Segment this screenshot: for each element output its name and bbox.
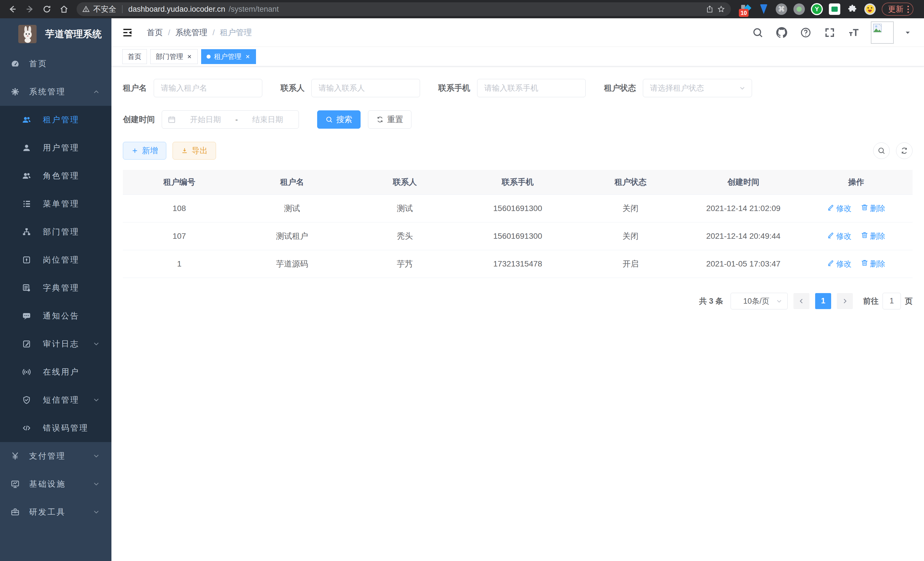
github-icon[interactable]: [775, 26, 789, 39]
prev-page-button[interactable]: [794, 293, 809, 309]
search-button[interactable]: 搜索: [317, 110, 361, 129]
export-button[interactable]: 导出: [172, 142, 216, 159]
sidebar-item-dict[interactable]: 字典管理: [0, 274, 111, 302]
end-date-placeholder[interactable]: 结束日期: [243, 114, 293, 125]
cell-actions: 修改删除: [800, 222, 913, 250]
delete-tenant-link[interactable]: 删除: [861, 259, 885, 269]
share-icon[interactable]: [706, 5, 714, 13]
create-time-range-picker[interactable]: 开始日期 - 结束日期: [162, 110, 299, 129]
edit-log-icon: [22, 339, 32, 349]
sidebar-item-menu[interactable]: 菜单管理: [0, 190, 111, 218]
page-number-1[interactable]: 1: [815, 293, 831, 309]
cell-contact: 秃头: [349, 222, 461, 250]
reset-button[interactable]: 重置: [368, 110, 411, 129]
sidebar-item-role[interactable]: 角色管理: [0, 162, 111, 190]
mobile-input[interactable]: [477, 79, 586, 97]
cell-name: 芋道源码: [236, 250, 349, 278]
tenant-table-body: 108测试测试15601691300关闭2021-12-14 21:02:09修…: [123, 194, 913, 278]
code-icon: [22, 423, 32, 433]
browser-menu-kebab-icon[interactable]: [908, 6, 909, 13]
dictionary-icon: [22, 283, 32, 293]
sidebar-item-dev-tools[interactable]: 研发工具: [0, 498, 111, 526]
extensions-puzzle-icon[interactable]: [846, 3, 858, 15]
sidebar-item-online-user[interactable]: 在线用户: [0, 358, 111, 386]
sidebar-item-pay[interactable]: 支付管理: [0, 442, 111, 470]
cell-mobile: 15601691300: [461, 194, 574, 222]
breadcrumb-home[interactable]: 首页: [147, 27, 163, 38]
font-size-icon[interactable]: [847, 26, 861, 39]
next-page-button[interactable]: [837, 293, 853, 309]
edit-tenant-link[interactable]: 修改: [827, 231, 852, 241]
extension-y-icon[interactable]: Y: [811, 3, 823, 15]
extension-tampermonkey-icon[interactable]: 10: [740, 3, 752, 15]
delete-tenant-link[interactable]: 删除: [861, 231, 885, 241]
sidebar-item-user[interactable]: 用户管理: [0, 134, 111, 162]
sidebar-item-home[interactable]: 首页: [0, 50, 111, 78]
toolbox-icon: [10, 507, 20, 517]
delete-tenant-link[interactable]: 删除: [861, 203, 885, 214]
chevron-down-icon: [93, 340, 100, 348]
cell-mobile: 17321315478: [461, 250, 574, 278]
sidebar-item-post[interactable]: 岗位管理: [0, 246, 111, 274]
header-search-icon[interactable]: [751, 26, 765, 39]
extension-emoji-icon[interactable]: [864, 3, 876, 15]
sidebar-item-notice[interactable]: 通知公告: [0, 302, 111, 330]
user-avatar-broken-image[interactable]: [871, 21, 894, 44]
edit-icon: [827, 259, 835, 268]
sidebar-item-audit-log[interactable]: 审计日志: [0, 330, 111, 358]
tab-tenant[interactable]: 租户管理: [201, 49, 256, 64]
extension-command-icon[interactable]: ⌘: [776, 3, 788, 15]
refresh-table-button[interactable]: [896, 142, 913, 159]
breadcrumb-system[interactable]: 系统管理: [176, 27, 207, 38]
browser-back-button[interactable]: [5, 2, 20, 17]
browser-forward-button[interactable]: [22, 2, 37, 17]
delete-icon: [861, 204, 868, 213]
tenant-name-input[interactable]: [154, 79, 262, 97]
edit-tenant-link[interactable]: 修改: [827, 259, 852, 269]
bookmark-star-icon[interactable]: [717, 5, 725, 13]
avatar-caret-down-icon[interactable]: [904, 29, 911, 36]
edit-tenant-link[interactable]: 修改: [827, 203, 852, 214]
help-question-icon[interactable]: [799, 26, 813, 39]
extension-gem-icon[interactable]: [758, 3, 770, 15]
calendar-icon: [168, 116, 176, 123]
browser-reload-button[interactable]: [39, 2, 54, 17]
not-secure-warning-icon: [82, 5, 90, 13]
browser-address-bar[interactable]: 不安全 dashboard.yudao.iocoder.cn/system/te…: [76, 2, 731, 16]
cell-status: 关闭: [574, 194, 687, 222]
pagination-total: 共 3 条: [699, 296, 723, 306]
sidebar-fold-icon[interactable]: [121, 26, 134, 39]
status-select[interactable]: 请选择租户状态: [643, 79, 752, 97]
page-size-select[interactable]: 10条/页: [730, 293, 788, 309]
add-tenant-button[interactable]: 新增: [123, 142, 166, 159]
browser-home-button[interactable]: [57, 2, 71, 17]
sidebar-item-system[interactable]: 系统管理: [0, 78, 111, 106]
chevron-down-icon: [776, 297, 783, 305]
toggle-search-button[interactable]: [873, 142, 890, 159]
sidebar-item-infra[interactable]: 基础设施: [0, 470, 111, 498]
extension-chat-icon[interactable]: [829, 3, 841, 15]
sidebar-item-sms[interactable]: 短信管理: [0, 386, 111, 414]
cell-id: 1: [123, 250, 236, 278]
cell-id: 107: [123, 222, 236, 250]
chevron-down-icon: [93, 480, 100, 488]
sidebar-item-error-code[interactable]: 错误码管理: [0, 414, 111, 442]
edit-icon: [827, 231, 835, 241]
goto-page-input[interactable]: [883, 293, 901, 309]
tab-home[interactable]: 首页: [122, 49, 147, 64]
sidebar-item-dept[interactable]: 部门管理: [0, 218, 111, 246]
contact-input[interactable]: [311, 79, 420, 97]
sidebar: 芋道管理系统 首页系统管理租户管理用户管理角色管理菜单管理部门管理岗位管理字典管…: [0, 18, 111, 561]
close-icon[interactable]: [187, 54, 192, 59]
url-host: dashboard.yudao.iocoder.cn: [128, 5, 225, 14]
start-date-placeholder[interactable]: 开始日期: [180, 114, 231, 125]
tab-dept[interactable]: 部门管理: [150, 49, 198, 64]
extension-gray-circle-icon[interactable]: [793, 3, 805, 15]
users-icon: [22, 115, 32, 125]
shield-check-icon: [22, 395, 32, 405]
fullscreen-icon[interactable]: [823, 26, 837, 39]
security-label[interactable]: 不安全: [93, 4, 116, 14]
sidebar-item-tenant[interactable]: 租户管理: [0, 106, 111, 134]
close-icon[interactable]: [245, 54, 250, 59]
browser-update-button[interactable]: 更新: [882, 3, 914, 16]
